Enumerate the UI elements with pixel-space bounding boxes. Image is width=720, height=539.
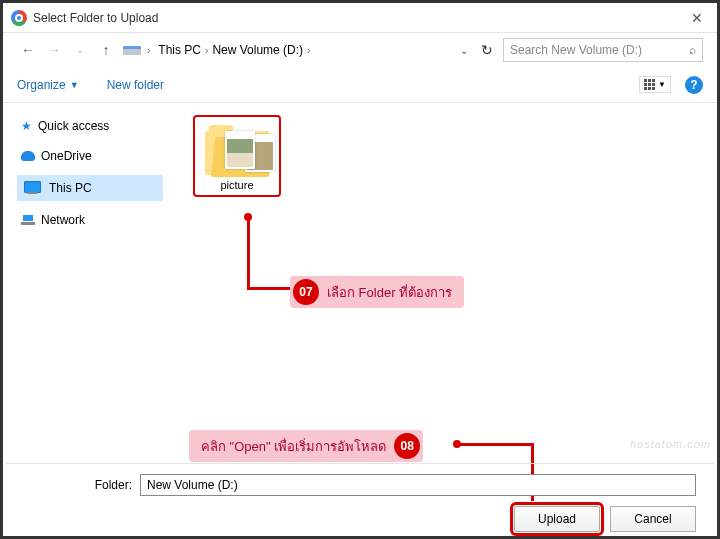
onedrive-icon	[21, 151, 35, 161]
annotation-text: คลิก "Open" เพื่อเริ่มการอัพโหลด	[201, 436, 386, 457]
step-badge: 08	[394, 433, 420, 459]
breadcrumb-drive[interactable]: New Volume (D:)	[212, 43, 303, 57]
annotation-step-07: 07 เลือก Folder ที่ต้องการ	[290, 276, 464, 308]
titlebar: Select Folder to Upload ✕	[3, 3, 717, 33]
chevron-down-icon: ▼	[658, 80, 666, 89]
annotation-text: เลือก Folder ที่ต้องการ	[327, 282, 452, 303]
chevron-down-icon: ▼	[70, 80, 79, 90]
annotation-line	[247, 216, 250, 290]
annotation-line	[456, 443, 534, 446]
cancel-button[interactable]: Cancel	[610, 506, 696, 532]
folder-icon	[205, 125, 269, 177]
address-bar: ← → ⌄ ↑ › This PC › New Volume (D:) › ⌄ …	[3, 33, 717, 67]
network-icon	[21, 215, 35, 225]
refresh-button[interactable]: ↻	[475, 42, 499, 58]
annotation-step-08: คลิก "Open" เพื่อเริ่มการอัพโหลด 08	[189, 430, 423, 462]
upload-button[interactable]: Upload	[514, 506, 600, 532]
chevron-right-icon: ›	[147, 45, 150, 56]
drive-icon	[121, 41, 143, 59]
recent-dropdown[interactable]: ⌄	[69, 39, 91, 61]
search-icon: ⌕	[689, 43, 696, 57]
new-folder-button[interactable]: New folder	[107, 78, 164, 92]
sidebar-item-network[interactable]: Network	[17, 209, 163, 231]
sidebar-item-onedrive[interactable]: OneDrive	[17, 145, 163, 167]
chrome-icon	[11, 10, 27, 26]
folder-label: Folder:	[24, 478, 132, 492]
sidebar-item-thispc[interactable]: This PC	[17, 175, 163, 201]
sidebar: Quick access OneDrive This PC Network	[3, 103, 163, 465]
sidebar-item-quick-access[interactable]: Quick access	[17, 115, 163, 137]
path-dropdown[interactable]: ⌄	[457, 45, 471, 56]
step-badge: 07	[293, 279, 319, 305]
close-button[interactable]: ✕	[685, 10, 709, 26]
chevron-right-icon: ›	[307, 45, 310, 56]
toolbar: Organize ▼ New folder ▼ ?	[3, 67, 717, 103]
watermark: hostatom.com	[630, 438, 711, 450]
search-placeholder: Search New Volume (D:)	[510, 43, 642, 57]
folder-item-picture[interactable]: picture	[193, 115, 281, 197]
folder-label: picture	[199, 179, 275, 191]
help-icon[interactable]: ?	[685, 76, 703, 94]
chevron-right-icon: ›	[205, 45, 208, 56]
window-title: Select Folder to Upload	[33, 11, 158, 25]
star-icon	[21, 119, 32, 133]
bottom-pane: Folder: Upload Cancel	[6, 463, 714, 533]
dialog-frame: Select Folder to Upload ✕ ← → ⌄ ↑ › This…	[0, 0, 720, 539]
search-input[interactable]: Search New Volume (D:) ⌕	[503, 38, 703, 62]
organize-menu[interactable]: Organize ▼	[17, 78, 79, 92]
forward-button[interactable]: →	[43, 39, 65, 61]
up-button[interactable]: ↑	[95, 39, 117, 61]
view-mode-button[interactable]: ▼	[639, 76, 671, 93]
pc-icon	[21, 179, 43, 197]
annotation-line	[247, 287, 291, 290]
breadcrumb-root[interactable]: This PC	[158, 43, 201, 57]
back-button[interactable]: ←	[17, 39, 39, 61]
folder-path-input[interactable]	[140, 474, 696, 496]
